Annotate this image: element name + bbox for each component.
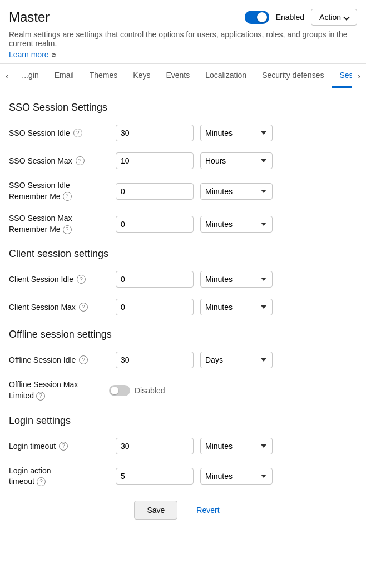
client-session-max-input[interactable] bbox=[116, 299, 194, 315]
client-session-idle-help-icon[interactable]: ? bbox=[77, 275, 86, 284]
offline-session-idle-help-icon[interactable]: ? bbox=[79, 355, 88, 364]
login-timeout-label: Login timeout ? bbox=[9, 442, 109, 451]
tab-email[interactable]: Email bbox=[47, 64, 82, 88]
offline-session-max-limited-controls: Disabled bbox=[109, 385, 165, 396]
sso-max-remember-me-row: SSO Session Max Remember Me ? Minutes Ho… bbox=[9, 213, 357, 235]
tab-next-arrow[interactable]: › bbox=[352, 67, 366, 86]
offline-session-idle-row: Offline Session Idle ? Minutes Hours Day… bbox=[9, 352, 357, 368]
sso-max-remember-me-help-icon[interactable]: ? bbox=[63, 225, 72, 234]
offline-session-max-limited-help-icon[interactable]: ? bbox=[36, 392, 45, 401]
page-title: Master bbox=[9, 9, 50, 25]
external-link-icon: ⧉ bbox=[52, 52, 56, 58]
sso-idle-remember-me-label: SSO Session Idle Remember Me ? bbox=[9, 180, 109, 202]
client-section-title: Client session settings bbox=[9, 248, 357, 260]
login-action-timeout-input[interactable] bbox=[116, 468, 194, 485]
login-timeout-row: Login timeout ? Minutes Hours Days bbox=[9, 438, 357, 454]
tab-prev-arrow[interactable]: ‹ bbox=[0, 67, 14, 86]
login-section-title: Login settings bbox=[9, 415, 357, 427]
client-session-idle-label: Client Session Idle ? bbox=[9, 275, 109, 284]
client-session-max-help-icon[interactable]: ? bbox=[79, 303, 88, 312]
chevron-down-icon bbox=[343, 14, 349, 20]
main-content: SSO Session Settings SSO Session Idle ? … bbox=[0, 88, 366, 546]
offline-session-idle-label: Offline Session Idle ? bbox=[9, 355, 109, 364]
offline-session-max-limited-label: Offline Session Max Limited ? bbox=[9, 379, 109, 401]
client-session-idle-row: Client Session Idle ? Minutes Hours Days bbox=[9, 271, 357, 288]
header-controls: Enabled Action bbox=[245, 9, 357, 26]
sso-session-max-help-icon[interactable]: ? bbox=[76, 156, 85, 165]
action-label: Action bbox=[319, 13, 341, 22]
tab-localization[interactable]: Localization bbox=[197, 64, 254, 88]
sso-max-remember-me-input[interactable] bbox=[116, 216, 194, 233]
revert-button[interactable]: Revert bbox=[184, 501, 231, 520]
client-session-max-unit-select[interactable]: Minutes Hours Days bbox=[200, 299, 273, 315]
sso-max-remember-me-unit-select[interactable]: Minutes Hours Days bbox=[200, 216, 273, 233]
sso-max-remember-me-label: SSO Session Max Remember Me ? bbox=[9, 213, 109, 235]
login-action-timeout-help-icon[interactable]: ? bbox=[37, 477, 46, 486]
tab-sessions[interactable]: Sessions bbox=[332, 64, 352, 88]
client-session-idle-unit-select[interactable]: Minutes Hours Days bbox=[200, 271, 273, 288]
tabs-list: ...gin Email Themes Keys Events Localiza… bbox=[14, 64, 352, 88]
offline-session-idle-input[interactable] bbox=[116, 352, 194, 368]
realm-description: Realm settings are settings that control… bbox=[9, 30, 357, 48]
sso-idle-remember-me-help-icon[interactable]: ? bbox=[63, 192, 72, 201]
enabled-label: Enabled bbox=[276, 13, 304, 22]
tab-keys[interactable]: Keys bbox=[125, 64, 158, 88]
learn-more-link-container: Learn more ⧉ bbox=[9, 50, 357, 59]
offline-session-max-limited-toggle-label: Disabled bbox=[135, 386, 165, 395]
sso-session-max-unit-select[interactable]: Minutes Hours Days bbox=[200, 152, 273, 169]
client-session-max-row: Client Session Max ? Minutes Hours Days bbox=[9, 299, 357, 315]
client-session-idle-input[interactable] bbox=[116, 271, 194, 288]
header-top: Master Enabled Action bbox=[9, 9, 357, 26]
header: Master Enabled Action Realm settings are… bbox=[0, 0, 366, 64]
tab-login[interactable]: ...gin bbox=[14, 64, 46, 88]
tab-events[interactable]: Events bbox=[158, 64, 197, 88]
save-button[interactable]: Save bbox=[134, 501, 177, 520]
sso-session-max-label: SSO Session Max ? bbox=[9, 156, 109, 165]
action-button[interactable]: Action bbox=[311, 9, 357, 26]
sso-session-idle-row: SSO Session Idle ? Minutes Hours Days bbox=[9, 125, 357, 141]
tab-themes[interactable]: Themes bbox=[82, 64, 126, 88]
tabs-container: ‹ ...gin Email Themes Keys Events Locali… bbox=[0, 64, 366, 88]
offline-section-title: Offline session settings bbox=[9, 329, 357, 340]
tab-security-defenses[interactable]: Security defenses bbox=[254, 64, 332, 88]
login-timeout-help-icon[interactable]: ? bbox=[59, 442, 68, 451]
login-action-timeout-row: Login action timeout ? Minutes Hours Day… bbox=[9, 466, 357, 487]
offline-session-max-limited-toggle[interactable] bbox=[109, 385, 130, 396]
sso-idle-remember-me-input[interactable] bbox=[116, 183, 194, 200]
login-action-timeout-unit-select[interactable]: Minutes Hours Days bbox=[200, 468, 273, 485]
login-action-timeout-label: Login action timeout ? bbox=[9, 466, 109, 487]
sso-idle-remember-me-unit-select[interactable]: Minutes Hours Days bbox=[200, 183, 273, 200]
sso-session-idle-help-icon[interactable]: ? bbox=[73, 129, 82, 137]
sso-session-idle-label: SSO Session Idle ? bbox=[9, 129, 109, 137]
client-session-max-label: Client Session Max ? bbox=[9, 303, 109, 312]
learn-more-link[interactable]: Learn more bbox=[9, 50, 49, 59]
offline-session-idle-unit-select[interactable]: Minutes Hours Days bbox=[200, 352, 273, 368]
login-timeout-input[interactable] bbox=[116, 438, 194, 454]
sso-session-idle-input[interactable] bbox=[116, 125, 194, 141]
button-row: Save Revert bbox=[9, 501, 357, 537]
offline-session-max-limited-row: Offline Session Max Limited ? Disabled bbox=[9, 379, 357, 401]
login-timeout-unit-select[interactable]: Minutes Hours Days bbox=[200, 438, 273, 454]
sso-session-max-input[interactable] bbox=[116, 152, 194, 169]
sso-session-max-row: SSO Session Max ? Minutes Hours Days bbox=[9, 152, 357, 169]
sso-session-idle-unit-select[interactable]: Minutes Hours Days bbox=[200, 125, 273, 141]
sso-section-title: SSO Session Settings bbox=[9, 102, 357, 113]
realm-enabled-toggle[interactable] bbox=[245, 11, 269, 24]
sso-idle-remember-me-row: SSO Session Idle Remember Me ? Minutes H… bbox=[9, 180, 357, 202]
